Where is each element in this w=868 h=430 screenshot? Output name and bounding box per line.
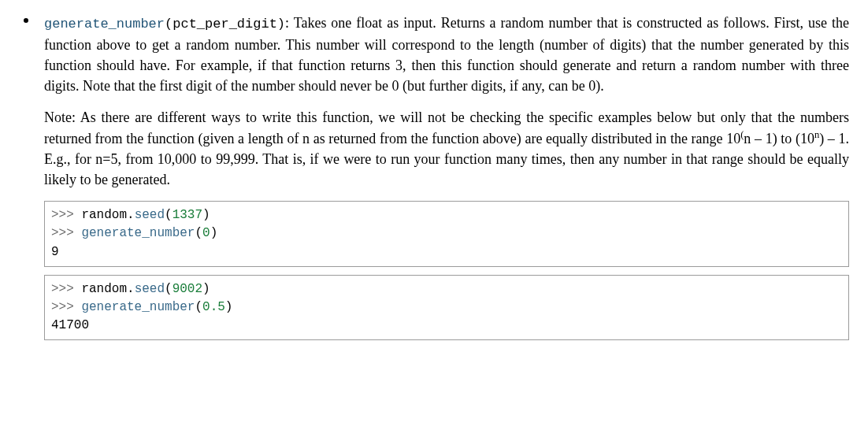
code-func: seed (135, 282, 165, 296)
code-number: 0 (202, 226, 210, 240)
code-text: ( (165, 208, 172, 222)
code-text: ( (195, 226, 202, 240)
note-paragraph: Note: As there are different ways to wri… (44, 107, 849, 190)
code-text: random. (81, 208, 134, 222)
function-description: generate_number(pct_per_digit): Takes on… (44, 13, 849, 96)
repl-prompt: >>> (51, 208, 81, 222)
param-close: ) (277, 17, 285, 32)
repl-prompt: >>> (51, 282, 81, 296)
code-number: 9002 (172, 282, 202, 296)
code-text: ) (202, 282, 210, 296)
repl-prompt: >>> (51, 226, 81, 240)
code-func: seed (135, 208, 165, 222)
exponent-1-inner: n – 1) (744, 131, 777, 146)
note-mid: to (10 (777, 131, 814, 146)
code-example-2: >>> random.seed(9002) >>> generate_numbe… (44, 275, 849, 341)
bullet-marker (24, 18, 28, 23)
code-func: generate_number (81, 226, 195, 240)
code-example-1: >>> random.seed(1337) >>> generate_numbe… (44, 201, 849, 267)
repl-prompt: >>> (51, 300, 81, 314)
code-number: 1337 (172, 208, 202, 222)
bullet-item: generate_number(pct_per_digit): Takes on… (19, 13, 849, 340)
function-name: generate_number (44, 17, 165, 32)
param-name: pct_per_digit (172, 17, 277, 32)
note-text-1: Note: As there are different ways to wri… (44, 109, 849, 146)
code-output: 9 (51, 245, 59, 259)
code-text: ) (210, 226, 218, 240)
code-func: generate_number (81, 300, 195, 314)
colon: : (285, 15, 289, 31)
code-text: ( (195, 300, 202, 314)
code-output: 41700 (51, 318, 89, 332)
param-open: ( (165, 17, 172, 32)
code-text: random. (81, 282, 134, 296)
code-text: ( (165, 282, 172, 296)
code-text: ) (225, 300, 233, 314)
code-text: ) (202, 208, 210, 222)
code-number: 0.5 (202, 300, 225, 314)
